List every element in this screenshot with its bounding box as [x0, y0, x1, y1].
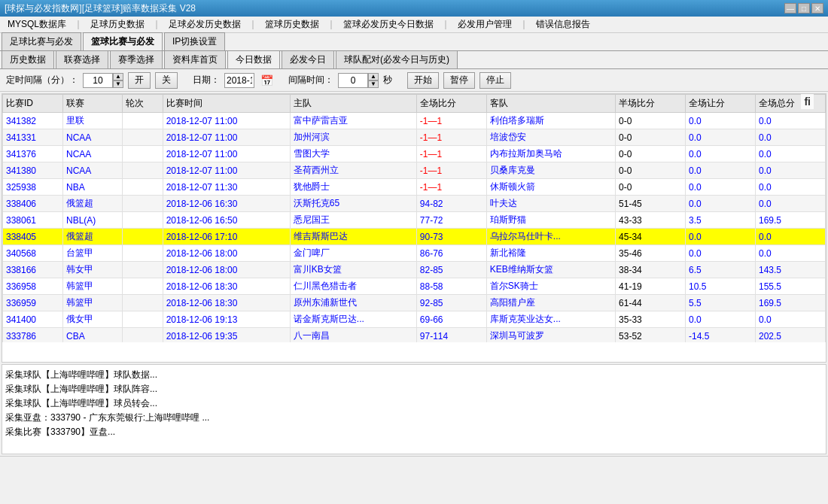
table-cell: 库斯克英业达女... [486, 311, 615, 328]
interval-down[interactable]: ▼ [368, 80, 379, 88]
timer-input[interactable] [83, 73, 113, 88]
table-cell: 35-33 [616, 311, 686, 328]
table-cell [122, 196, 163, 212]
table-cell: 0.0 [686, 162, 756, 179]
table-cell: 0-0 [616, 129, 686, 146]
table-cell: 维吉斯斯巴达 [290, 229, 416, 245]
tab-basketball[interactable]: 篮球比赛与必发 [83, 32, 163, 50]
menu-football-history[interactable]: 足球历史数据 [86, 17, 149, 32]
table-cell: 2018-12-07 11:00 [163, 162, 290, 179]
table-cell: 5.5 [686, 295, 756, 311]
table-row[interactable]: 341331NCAA2018-12-07 11:00加州河滨-1—1培波岱安0-… [3, 129, 826, 146]
table-row[interactable]: 341400俄女甲2018-12-06 19:13诺金斯克斯巴达...69-66… [3, 311, 826, 328]
col-half: 半场比分 [616, 95, 686, 113]
menu-football-bifa-history[interactable]: 足球必发历史数据 [164, 17, 245, 32]
minimize-button[interactable]: — [784, 3, 796, 14]
table-cell: 珀斯野猫 [486, 212, 615, 229]
menu-bar: MYSQL数据库 ｜ 足球历史数据 ｜ 足球必发历史数据 ｜ 篮球历史数据 ｜ … [0, 17, 828, 33]
table-wrapper[interactable]: 比赛ID 联赛 轮次 比赛时间 主队 全场比分 客队 半场比分 全场让分 全场总… [2, 94, 826, 342]
table-cell: 韩女甲 [62, 262, 122, 278]
table-cell: 53-52 [616, 328, 686, 343]
tab-history-data[interactable]: 历史数据 [2, 50, 54, 68]
menu-basketball-bifa-today[interactable]: 篮球必发历史今日数据 [339, 17, 438, 32]
tab-ip-switch[interactable]: IP切换设置 [164, 32, 225, 50]
pause-button[interactable]: 暂停 [443, 72, 475, 89]
table-cell: 338405 [3, 229, 63, 245]
table-cell: 90-73 [416, 229, 486, 245]
table-row[interactable]: 340568台篮甲2018-12-06 18:00金门啤厂86-76新北裕隆35… [3, 245, 826, 262]
menu-user-manage[interactable]: 必发用户管理 [453, 17, 516, 32]
data-table: 比赛ID 联赛 轮次 比赛时间 主队 全场比分 客队 半场比分 全场让分 全场总… [2, 94, 826, 342]
table-cell: 2018-12-07 11:00 [163, 129, 290, 146]
table-cell: 3.5 [686, 212, 756, 229]
tab-team-match[interactable]: 球队配对(必发今日与历史) [336, 50, 458, 68]
close-button-toolbar[interactable]: 关 [155, 72, 178, 89]
table-cell: 338166 [3, 262, 63, 278]
table-cell: 35-46 [616, 245, 686, 262]
window-controls: — □ ✕ [784, 3, 823, 14]
timer-up[interactable]: ▲ [113, 73, 123, 80]
table-cell: 2018-12-07 11:00 [163, 146, 290, 162]
interval-unit: 秒 [383, 74, 392, 87]
begin-button[interactable]: 开始 [407, 72, 439, 89]
open-button[interactable]: 开 [128, 72, 151, 89]
table-cell: -1—1 [416, 179, 486, 196]
stop-button[interactable]: 停止 [479, 72, 511, 89]
table-row[interactable]: 336958韩篮甲2018-12-06 18:30仁川黑色猎击者88-58首尔S… [3, 278, 826, 295]
tab-resource-home[interactable]: 资料库首页 [164, 50, 226, 68]
tab-season-select[interactable]: 赛季选择 [110, 50, 163, 68]
table-cell: 2018-12-06 19:35 [163, 328, 290, 343]
table-row[interactable]: 341380NCAA2018-12-07 11:00圣荷西州立-1—1贝桑库克曼… [3, 162, 826, 179]
log-area: 采集球队【上海哔哩哔哩】球队数据...采集球队【上海哔哩哔哩】球队阵容...采集… [2, 364, 826, 454]
maximize-button[interactable]: □ [798, 3, 810, 14]
col-time: 比赛时间 [163, 95, 290, 113]
table-cell: 2018-12-06 18:30 [163, 278, 290, 295]
table-row[interactable]: 325938NBA2018-12-07 11:30犹他爵士-1—1休斯顿火箭0-… [3, 179, 826, 196]
fi-badge: fi [801, 94, 814, 109]
table-cell: 77-72 [416, 212, 486, 229]
table-row[interactable]: 338405俄篮超2018-12-06 17:10维吉斯斯巴达90-73乌拉尔马… [3, 229, 826, 245]
table-cell [122, 311, 163, 328]
table-cell [122, 278, 163, 295]
table-cell [122, 129, 163, 146]
table-row[interactable]: 336959韩篮甲2018-12-06 18:30原州东浦新世代92-85高阳猎… [3, 295, 826, 311]
table-cell: 0.0 [686, 113, 756, 129]
calendar-icon[interactable]: 📅 [260, 74, 273, 87]
close-button[interactable]: ✕ [811, 3, 823, 14]
table-row[interactable]: 333786CBA2018-12-06 19:35八一南昌97-114深圳马可波… [3, 328, 826, 343]
log-line: 采集球队【上海哔哩哔哩】球员转会... [5, 396, 823, 411]
table-cell [122, 113, 163, 129]
table-cell: -1—1 [416, 113, 486, 129]
table-cell: 169.5 [755, 295, 825, 311]
tab-football[interactable]: 足球比赛与必发 [2, 32, 81, 50]
table-cell: 51-45 [616, 196, 686, 212]
menu-basketball-history[interactable]: 篮球历史数据 [260, 17, 324, 32]
col-score: 全场比分 [416, 95, 486, 113]
menu-error-report[interactable]: 错误信息报告 [531, 17, 595, 32]
table-cell: 155.5 [755, 278, 825, 295]
table-row[interactable]: 338406俄篮超2018-12-06 16:30沃斯托克6594-82叶夫达5… [3, 196, 826, 212]
interval-spin[interactable]: ▲ ▼ [338, 73, 379, 88]
tab-league-select[interactable]: 联赛选择 [56, 50, 108, 68]
table-row[interactable]: 341382里联2018-12-07 11:00富中萨雷吉亚-1—1利伯塔多瑞斯… [3, 113, 826, 129]
menu-mysql[interactable]: MYSQL数据库 [3, 17, 71, 32]
table-cell: 341380 [3, 162, 63, 179]
table-row[interactable]: 338166韩女甲2018-12-06 18:00富川KB女篮82-85KEB维… [3, 262, 826, 278]
table-row[interactable]: 338061NBL(A)2018-12-06 16:50悉尼国王77-72珀斯野… [3, 212, 826, 229]
col-round: 轮次 [122, 95, 163, 113]
table-cell: 336959 [3, 295, 63, 311]
table-cell: 雪图大学 [290, 146, 416, 162]
timer-spin[interactable]: ▲ ▼ [83, 73, 123, 88]
table-cell: 0.0 [686, 229, 756, 245]
tab-today-data[interactable]: 今日数据 [227, 50, 280, 68]
table-cell: NBL(A) [62, 212, 122, 229]
table-row[interactable]: 341376NCAA2018-12-07 11:00雪图大学-1—1内布拉斯加奥… [3, 146, 826, 162]
timer-down[interactable]: ▼ [113, 80, 123, 88]
table-cell: 培波岱安 [486, 129, 615, 146]
table-cell: 86-76 [416, 245, 486, 262]
interval-input[interactable] [338, 73, 368, 88]
date-input[interactable] [224, 73, 254, 88]
table-cell: 仁川黑色猎击者 [290, 278, 416, 295]
tab-bifa-today[interactable]: 必发今日 [282, 50, 334, 68]
interval-up[interactable]: ▲ [368, 73, 379, 80]
